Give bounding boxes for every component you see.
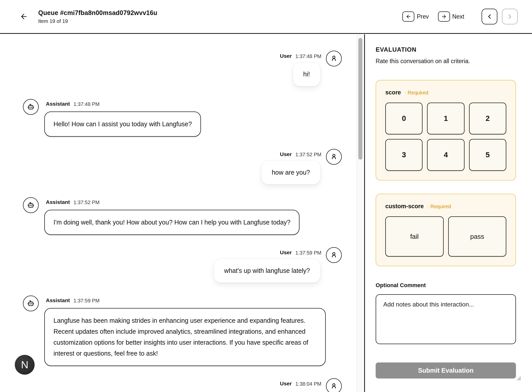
- user-icon: [330, 251, 338, 259]
- chat-messages: User1:37:48 PMhi!Assistant1:37:48 PMHell…: [0, 34, 364, 392]
- message-bubble: what's up with langfuse lately?: [214, 259, 320, 283]
- pager-buttons: [482, 9, 518, 24]
- message-content: Assistant1:37:52 PMI'm doing well, thank…: [46, 198, 299, 235]
- message-timestamp: 1:37:52 PM: [74, 198, 100, 206]
- submit-evaluation-button[interactable]: Submit Evaluation: [376, 362, 516, 379]
- option-score-2[interactable]: 2: [469, 103, 506, 134]
- message-timestamp: 1:37:48 PM: [295, 52, 321, 60]
- criterion-required-badge: · Required: [404, 90, 428, 96]
- message-timestamp: 1:37:59 PM: [295, 249, 321, 257]
- option-custom-score-fail[interactable]: fail: [385, 216, 444, 257]
- chat-message-assistant: Assistant1:37:48 PMHello! How can I assi…: [23, 100, 357, 137]
- prev-item-button[interactable]: Prev: [402, 11, 429, 22]
- bot-icon: [26, 103, 35, 111]
- chat-message-user: User1:37:59 PMwhat's up with langfuse la…: [23, 249, 357, 283]
- criterion-options: 012345: [385, 103, 506, 171]
- message-timestamp: 1:37:59 PM: [74, 297, 100, 304]
- message-content: Assistant1:37:48 PMHello! How can I assi…: [46, 100, 201, 137]
- message-author: Assistant: [46, 297, 70, 304]
- user-avatar: [326, 51, 342, 66]
- chevron-left-button[interactable]: [482, 9, 497, 24]
- option-score-5[interactable]: 5: [469, 139, 506, 171]
- message-timestamp: 1:37:52 PM: [295, 150, 321, 158]
- user-avatar: [326, 247, 342, 263]
- criterion-name: custom-score: [385, 203, 424, 210]
- message-meta: Assistant1:37:48 PM: [46, 100, 201, 108]
- criterion-card-score: score· Required012345: [376, 80, 516, 180]
- message-meta: User1:37:52 PM: [280, 150, 342, 158]
- user-avatar: [326, 378, 342, 392]
- criterion-required-badge: · Required: [427, 204, 451, 209]
- message-meta: User1:37:48 PM: [280, 52, 342, 60]
- criterion-card-custom-score: custom-score· Requiredfailpass: [376, 194, 516, 266]
- message-author: Assistant: [46, 100, 70, 108]
- message-bubble: Hello! How can I assist you today with L…: [44, 111, 201, 137]
- option-score-1[interactable]: 1: [427, 103, 464, 134]
- resize-grip-icon[interactable]: [516, 376, 521, 380]
- message-bubble: Langfuse has been making strides in enha…: [44, 308, 326, 366]
- back-button[interactable]: [18, 11, 30, 22]
- page-title: Queue #cmi7fba8n00msad0792wvv16u: [38, 9, 157, 17]
- message-bubble: how are you?: [261, 160, 320, 185]
- user-avatar: [326, 149, 342, 165]
- nextjs-logo-letter: N: [21, 359, 29, 371]
- message-author: User: [280, 52, 292, 60]
- assistant-avatar: [23, 197, 39, 213]
- criterion-name: score: [385, 89, 401, 96]
- user-icon: [330, 153, 338, 161]
- user-icon: [330, 54, 338, 63]
- message-content: Assistant1:37:59 PMLangfuse has been mak…: [46, 297, 326, 366]
- comment-label: Optional Comment: [376, 282, 516, 289]
- chevron-right-icon: [506, 13, 513, 20]
- chat-scrollbar-thumb[interactable]: [358, 38, 362, 160]
- user-icon: [330, 382, 338, 390]
- chat-panel: User1:37:48 PMhi!Assistant1:37:48 PMHell…: [0, 34, 364, 392]
- message-timestamp: 1:37:48 PM: [74, 100, 100, 108]
- header-actions: Prev Next: [402, 9, 518, 24]
- arrow-right-key-icon: [438, 11, 450, 22]
- message-meta: User1:38:04 PM: [280, 380, 342, 388]
- message-bubble: I'm doing well, thank you! How about you…: [44, 210, 299, 235]
- next-item-button[interactable]: Next: [438, 11, 464, 22]
- page-subtitle: Item 19 of 19: [38, 18, 157, 24]
- assistant-avatar: [23, 99, 39, 115]
- comment-input[interactable]: [376, 294, 516, 344]
- arrow-left-icon: [20, 12, 28, 21]
- criterion-header: custom-score· Required: [385, 203, 506, 210]
- chat-message-assistant: Assistant1:37:59 PMLangfuse has been mak…: [23, 297, 357, 366]
- message-author: User: [280, 380, 292, 387]
- message-author: User: [280, 249, 292, 256]
- criteria-list: score· Required012345custom-score· Requi…: [376, 80, 516, 266]
- next-label: Next: [452, 13, 464, 20]
- arrow-left-key-icon: [402, 11, 414, 22]
- chat-message-user: User1:38:04 PM: [23, 380, 357, 392]
- message-meta: User1:37:59 PM: [280, 249, 342, 257]
- chevron-left-icon: [486, 13, 493, 20]
- message-meta: Assistant1:37:59 PM: [46, 297, 326, 304]
- assistant-avatar: [23, 296, 39, 311]
- evaluation-heading: EVALUATION: [376, 46, 516, 53]
- message-author: Assistant: [46, 198, 70, 206]
- option-score-4[interactable]: 4: [427, 139, 464, 171]
- message-bubble: hi!: [293, 62, 320, 86]
- app-header: Queue #cmi7fba8n00msad0792wvv16u Item 19…: [0, 0, 532, 34]
- message-timestamp: 1:38:04 PM: [295, 380, 321, 388]
- chat-scrollbar-track[interactable]: [357, 34, 364, 392]
- option-score-0[interactable]: 0: [385, 103, 422, 134]
- title-block: Queue #cmi7fba8n00msad0792wvv16u Item 19…: [38, 9, 157, 24]
- chat-message-user: User1:37:52 PMhow are you?: [23, 150, 357, 185]
- chat-message-assistant: Assistant1:37:52 PMI'm doing well, thank…: [23, 198, 357, 235]
- option-score-3[interactable]: 3: [385, 139, 422, 171]
- nextjs-dev-badge[interactable]: N: [15, 355, 35, 375]
- chat-message-user: User1:37:48 PMhi!: [23, 52, 357, 86]
- message-meta: Assistant1:37:52 PM: [46, 198, 299, 206]
- evaluation-instruction: Rate this conversation on all criteria.: [376, 58, 516, 65]
- criterion-options: failpass: [385, 216, 506, 257]
- evaluation-panel: EVALUATION Rate this conversation on all…: [365, 34, 532, 392]
- chevron-right-button[interactable]: [502, 9, 518, 24]
- criterion-header: score· Required: [385, 89, 506, 96]
- bot-icon: [26, 299, 35, 308]
- prev-label: Prev: [417, 13, 429, 20]
- option-custom-score-pass[interactable]: pass: [448, 216, 507, 257]
- message-author: User: [280, 150, 292, 158]
